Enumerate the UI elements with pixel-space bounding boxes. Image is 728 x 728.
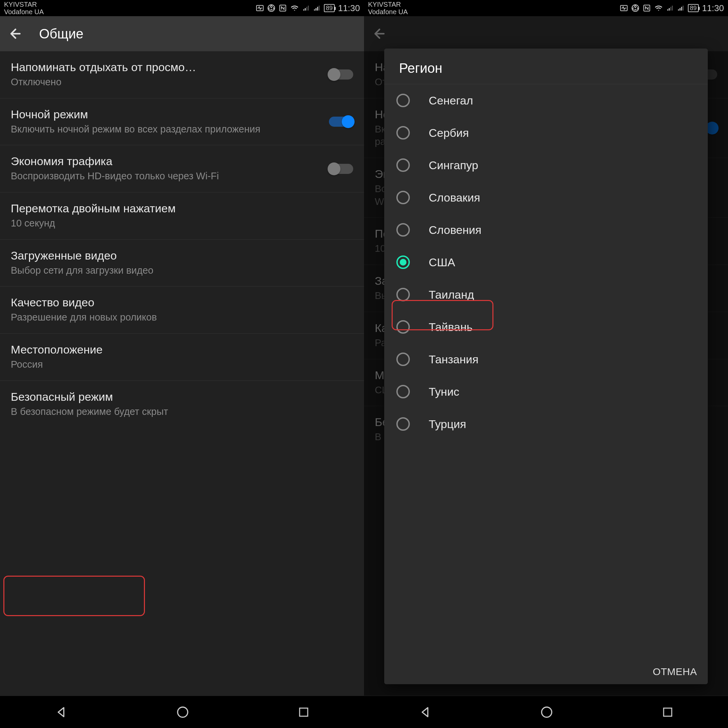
region-label: Турция <box>429 418 466 431</box>
clock: 11:30 <box>338 3 360 14</box>
battery-indicator: 89 <box>324 4 335 12</box>
cancel-button[interactable]: ОТМЕНА <box>653 666 697 677</box>
radio-icon <box>396 288 410 301</box>
clock: 11:30 <box>702 3 724 14</box>
region-dialog: Регион Сенегал Сербия Сингапур Словакия … <box>384 49 708 684</box>
dialog-actions: ОТМЕНА <box>384 659 708 684</box>
region-list[interactable]: Сенегал Сербия Сингапур Словакия Словени… <box>384 84 708 659</box>
region-label: США <box>429 256 455 269</box>
carrier-2: Vodafone UA <box>368 8 408 15</box>
svg-point-3 <box>177 707 188 717</box>
settings-list[interactable]: Напоминать отдыхать от просмо… Отключено… <box>0 51 364 696</box>
signal-2-icon <box>677 5 685 12</box>
setting-remind-break[interactable]: Напоминать отдыхать от просмо… Отключено <box>0 51 364 98</box>
region-label: Тунис <box>429 385 459 398</box>
setting-sub: Россия <box>11 358 353 371</box>
radio-icon <box>396 126 410 139</box>
heart-monitor-icon <box>256 4 264 12</box>
region-label: Таиланд <box>429 288 474 301</box>
nfc-icon <box>279 4 287 12</box>
setting-sub: Воспроизводить HD-видео только через Wi-… <box>11 170 322 183</box>
status-icons: 89 11:30 <box>620 3 724 14</box>
region-usa[interactable]: США <box>384 246 708 278</box>
toggle-night-mode[interactable] <box>329 116 353 127</box>
svg-point-8 <box>541 707 552 717</box>
carrier-1: KYIVSTAR <box>368 1 408 8</box>
nav-home-icon[interactable] <box>176 705 190 719</box>
dialog-title: Регион <box>384 49 708 84</box>
setting-safe-mode[interactable]: Безопасный режим В безопасном режиме буд… <box>0 381 364 428</box>
region-label: Сингапур <box>429 159 478 172</box>
carrier-2: Vodafone UA <box>4 8 44 15</box>
nav-back-icon[interactable] <box>418 705 432 719</box>
region-serbia[interactable]: Сербия <box>384 116 708 149</box>
toggle-remind-break[interactable] <box>329 69 353 80</box>
region-singapore[interactable]: Сингапур <box>384 149 708 181</box>
setting-double-tap-seek[interactable]: Перемотка двойным нажатием 10 секунд <box>0 193 364 240</box>
setting-title: Экономия трафика <box>11 155 322 168</box>
setting-sub: Выбор сети для загрузки видео <box>11 264 353 277</box>
region-label: Сенегал <box>429 94 473 107</box>
nav-recent-icon[interactable] <box>662 706 674 718</box>
setting-data-saver[interactable]: Экономия трафика Воспроизводить HD-видео… <box>0 145 364 193</box>
setting-video-quality[interactable]: Качество видео Разрешение для новых роли… <box>0 286 364 334</box>
battery-indicator: 89 <box>688 4 699 12</box>
football-icon <box>267 4 275 12</box>
page-title: Общие <box>39 26 84 41</box>
nav-home-icon[interactable] <box>540 705 554 719</box>
setting-sub: 10 секунд <box>11 217 353 230</box>
status-bar: KYIVSTAR Vodafone UA 89 11:30 <box>364 0 728 16</box>
setting-title: Перемотка двойным нажатием <box>11 202 353 215</box>
region-tunisia[interactable]: Тунис <box>384 375 708 408</box>
signal-2-icon <box>313 5 321 12</box>
setting-title: Ночной режим <box>11 108 322 121</box>
region-taiwan[interactable]: Тайвань <box>384 311 708 343</box>
carrier-1: KYIVSTAR <box>4 1 44 8</box>
signal-1-icon <box>666 5 674 12</box>
setting-downloads[interactable]: Загруженные видео Выбор сети для загрузк… <box>0 240 364 287</box>
region-label: Словения <box>429 223 481 237</box>
toggle-data-saver[interactable] <box>329 164 353 174</box>
setting-title: Напоминать отдыхать от просмо… <box>11 61 322 74</box>
wifi-icon <box>654 4 663 12</box>
nav-recent-icon[interactable] <box>298 706 310 718</box>
setting-location[interactable]: Местоположение Россия <box>0 334 364 381</box>
radio-icon <box>396 158 410 172</box>
radio-icon <box>396 223 410 237</box>
nav-bar <box>364 696 728 728</box>
header: Общие <box>0 16 364 51</box>
region-label: Танзания <box>429 353 479 366</box>
nfc-icon <box>643 4 651 12</box>
status-icons: 89 11:30 <box>256 3 360 14</box>
setting-title: Загруженные видео <box>11 249 353 262</box>
status-bar: KYIVSTAR Vodafone UA 89 11:30 <box>0 0 364 16</box>
setting-night-mode[interactable]: Ночной режим Включить ночной режим во вс… <box>0 98 364 145</box>
region-thailand[interactable]: Таиланд <box>384 278 708 311</box>
radio-icon <box>396 353 410 366</box>
setting-sub: В безопасном режиме будет скрыт <box>11 405 353 418</box>
radio-icon <box>396 94 410 107</box>
setting-title: Местоположение <box>11 343 353 356</box>
back-icon[interactable] <box>8 26 23 41</box>
screen-right: KYIVSTAR Vodafone UA 89 11:30 НаОтк НоВк… <box>364 0 728 728</box>
setting-title: Качество видео <box>11 296 353 309</box>
region-turkey[interactable]: Турция <box>384 408 708 440</box>
region-tanzania[interactable]: Танзания <box>384 343 708 375</box>
signal-1-icon <box>302 5 310 12</box>
radio-icon <box>396 320 410 334</box>
region-slovenia[interactable]: Словения <box>384 214 708 246</box>
football-icon <box>631 4 639 12</box>
region-slovakia[interactable]: Словакия <box>384 181 708 214</box>
radio-icon <box>396 417 410 431</box>
setting-sub: Включить ночной режим во всех разделах п… <box>11 123 322 136</box>
nav-back-icon[interactable] <box>54 705 68 719</box>
region-label: Сербия <box>429 126 469 139</box>
region-label: Словакия <box>429 191 480 204</box>
setting-sub: Отключено <box>11 76 322 89</box>
radio-icon-selected <box>396 255 410 269</box>
setting-sub: Разрешение для новых роликов <box>11 311 353 324</box>
region-senegal[interactable]: Сенегал <box>384 84 708 116</box>
region-label: Тайвань <box>429 321 473 334</box>
status-carriers: KYIVSTAR Vodafone UA <box>4 1 44 15</box>
radio-icon <box>396 191 410 204</box>
